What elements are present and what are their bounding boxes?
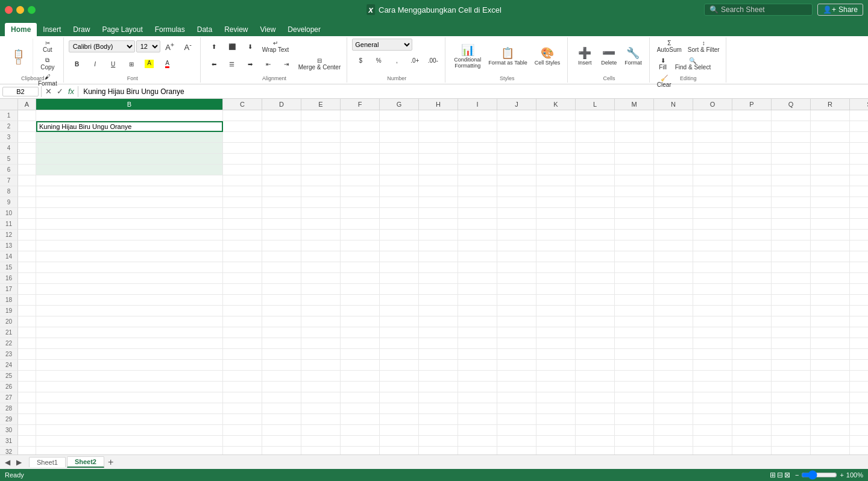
cell-L10[interactable]	[576, 208, 615, 219]
cell-N29[interactable]	[654, 414, 693, 425]
cell-L1[interactable]	[576, 110, 615, 121]
cell-K29[interactable]	[536, 414, 576, 425]
cell-B22[interactable]	[36, 338, 223, 349]
cell-L6[interactable]	[576, 165, 615, 175]
cell-E27[interactable]	[301, 392, 341, 403]
cell-G18[interactable]	[380, 295, 419, 306]
cell-E12[interactable]	[301, 230, 341, 241]
cell-J16[interactable]	[497, 273, 536, 284]
cell-M12[interactable]	[615, 230, 654, 241]
cell-P22[interactable]	[732, 338, 772, 349]
cell-styles-button[interactable]: 🎨 Cell Styles	[531, 39, 564, 74]
cell-A1[interactable]	[18, 110, 36, 121]
cell-J18[interactable]	[497, 295, 536, 306]
cell-P24[interactable]	[732, 360, 772, 371]
normal-view-button[interactable]: ⊞	[770, 471, 776, 479]
cell-P25[interactable]	[732, 371, 772, 382]
cell-A18[interactable]	[18, 295, 36, 306]
cell-F16[interactable]	[341, 273, 380, 284]
cell-G27[interactable]	[380, 392, 419, 403]
cell-S3[interactable]	[850, 132, 868, 143]
cell-B4[interactable]	[36, 143, 223, 154]
cell-K25[interactable]	[536, 371, 576, 382]
cell-A3[interactable]	[18, 132, 36, 143]
cell-N23[interactable]	[654, 349, 693, 360]
cell-N27[interactable]	[654, 392, 693, 403]
cell-J13[interactable]	[497, 241, 536, 251]
cell-K19[interactable]	[536, 306, 576, 316]
cell-G5[interactable]	[380, 154, 419, 165]
sheet-nav-right[interactable]: ▶	[14, 457, 24, 468]
cell-F1[interactable]	[341, 110, 380, 121]
cell-K15[interactable]	[536, 262, 576, 273]
cell-F31[interactable]	[341, 436, 380, 447]
col-header-o[interactable]: O	[693, 99, 732, 110]
cell-K16[interactable]	[536, 273, 576, 284]
cell-G1[interactable]	[380, 110, 419, 121]
decimal-increase-button[interactable]: .0+	[406, 52, 423, 68]
cell-D1[interactable]	[262, 110, 301, 121]
cell-H29[interactable]	[419, 414, 458, 425]
cell-Q21[interactable]	[772, 327, 811, 338]
cell-F17[interactable]	[341, 284, 380, 295]
cell-F11[interactable]	[341, 219, 380, 230]
row-num-10[interactable]: 10	[0, 208, 18, 219]
cell-I19[interactable]	[458, 306, 497, 316]
cell-R13[interactable]	[811, 241, 850, 251]
cell-B10[interactable]	[36, 208, 223, 219]
cell-D30[interactable]	[262, 425, 301, 436]
font-size-select[interactable]: 12	[136, 40, 160, 52]
cell-Q29[interactable]	[772, 414, 811, 425]
cell-B19[interactable]	[36, 306, 223, 316]
cell-C15[interactable]	[223, 262, 262, 273]
cell-C27[interactable]	[223, 392, 262, 403]
cell-N3[interactable]	[654, 132, 693, 143]
cell-I32[interactable]	[458, 447, 497, 454]
cell-J15[interactable]	[497, 262, 536, 273]
cell-L11[interactable]	[576, 219, 615, 230]
cell-F14[interactable]	[341, 251, 380, 262]
cell-D3[interactable]	[262, 132, 301, 143]
cell-A30[interactable]	[18, 425, 36, 436]
cell-M24[interactable]	[615, 360, 654, 371]
cell-A22[interactable]	[18, 338, 36, 349]
cell-J24[interactable]	[497, 360, 536, 371]
cell-G2[interactable]	[380, 121, 419, 132]
cell-A26[interactable]	[18, 382, 36, 392]
cell-J4[interactable]	[497, 143, 536, 154]
cell-Q9[interactable]	[772, 197, 811, 208]
cell-L17[interactable]	[576, 284, 615, 295]
cell-N18[interactable]	[654, 295, 693, 306]
col-header-e[interactable]: E	[301, 99, 341, 110]
cell-K20[interactable]	[536, 316, 576, 327]
cell-G15[interactable]	[380, 262, 419, 273]
cell-O11[interactable]	[693, 219, 732, 230]
cell-R8[interactable]	[811, 186, 850, 197]
cell-O1[interactable]	[693, 110, 732, 121]
cell-F26[interactable]	[341, 382, 380, 392]
cell-M4[interactable]	[615, 143, 654, 154]
page-break-button[interactable]: ⊠	[784, 471, 790, 479]
cell-F20[interactable]	[341, 316, 380, 327]
cell-R3[interactable]	[811, 132, 850, 143]
cell-F24[interactable]	[341, 360, 380, 371]
cell-P21[interactable]	[732, 327, 772, 338]
cell-B32[interactable]	[36, 447, 223, 454]
cell-P10[interactable]	[732, 208, 772, 219]
indent-increase-button[interactable]: ⇥	[278, 56, 295, 72]
cell-Q7[interactable]	[772, 175, 811, 186]
cell-K17[interactable]	[536, 284, 576, 295]
cell-L30[interactable]	[576, 425, 615, 436]
cell-M27[interactable]	[615, 392, 654, 403]
tab-view[interactable]: View	[254, 23, 282, 36]
cell-S18[interactable]	[850, 295, 868, 306]
cell-D31[interactable]	[262, 436, 301, 447]
cell-R27[interactable]	[811, 392, 850, 403]
cell-G31[interactable]	[380, 436, 419, 447]
cell-A9[interactable]	[18, 197, 36, 208]
cell-G10[interactable]	[380, 208, 419, 219]
cell-E23[interactable]	[301, 349, 341, 360]
cell-H32[interactable]	[419, 447, 458, 454]
cell-I24[interactable]	[458, 360, 497, 371]
cell-C26[interactable]	[223, 382, 262, 392]
